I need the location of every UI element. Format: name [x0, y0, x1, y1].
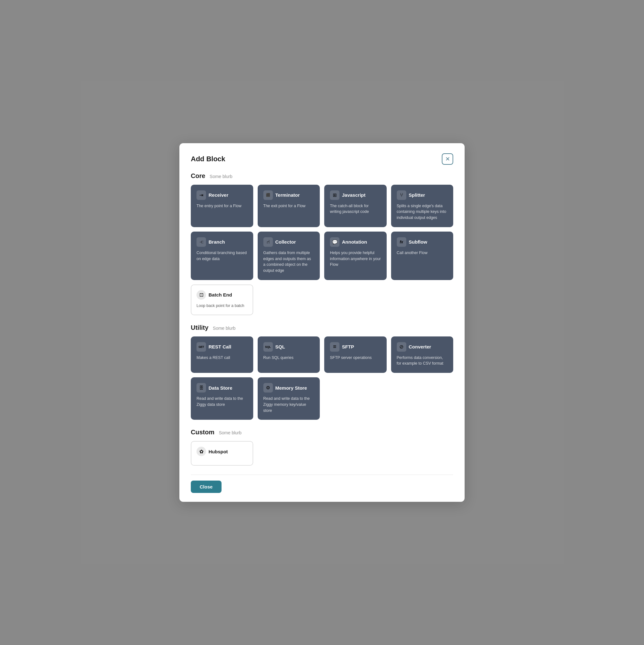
custom-section-header: Custom Some blurb: [191, 429, 453, 436]
block-datastore[interactable]: Data Store Read and write data to the Zi…: [191, 377, 253, 420]
receiver-name: Receiver: [208, 192, 228, 198]
block-sftp[interactable]: SFTP SFTP server operations: [324, 337, 387, 373]
block-converter[interactable]: Converter Performs data conversion, for …: [391, 337, 454, 373]
splitter-desc: Splits a single edge's data containing m…: [397, 203, 448, 221]
block-collector[interactable]: Collector Gathers data from multiple edg…: [258, 232, 320, 280]
block-memorystore[interactable]: Memory Store Read and write data to the …: [258, 377, 320, 420]
terminator-desc: The exit point for a Flow: [263, 203, 314, 209]
add-block-modal: Add Block ✕ Core Some blurb Receiver The…: [179, 143, 465, 502]
custom-section-blurb: Some blurb: [219, 430, 241, 435]
terminator-icon: [263, 190, 273, 200]
footer-close-button[interactable]: Close: [191, 481, 221, 493]
converter-desc: Performs data conversion, for example to…: [397, 355, 448, 367]
core-section-blurb: Some blurb: [210, 174, 232, 179]
utility-section-blurb: Some blurb: [213, 326, 236, 331]
splitter-icon: [397, 190, 406, 200]
datastore-icon: [196, 383, 206, 393]
sftp-name: SFTP: [342, 344, 354, 350]
batchend-icon: [196, 290, 206, 300]
core-row-2: Branch Conditional branching based on ed…: [191, 232, 453, 280]
branch-desc: Conditional branching based on edge data: [196, 250, 248, 262]
close-button[interactable]: ✕: [442, 153, 453, 165]
terminator-name: Terminator: [276, 192, 300, 198]
utility-row-1: REST Call Makes a REST call SQL Run SQL …: [191, 337, 453, 373]
block-sql[interactable]: SQL Run SQL queries: [258, 337, 320, 373]
modal-overlay: Add Block ✕ Core Some blurb Receiver The…: [0, 0, 644, 645]
branch-icon: [196, 237, 206, 247]
receiver-icon: [196, 190, 206, 200]
datastore-desc: Read and write data to the Ziggy data st…: [196, 396, 248, 408]
hubspot-name: Hubspot: [208, 449, 228, 454]
block-branch[interactable]: Branch Conditional branching based on ed…: [191, 232, 253, 280]
javascript-desc: The catch-all block for writing javascri…: [330, 203, 381, 215]
block-receiver[interactable]: Receiver The entry point for a Flow: [191, 185, 253, 227]
block-annotation[interactable]: Annotation Helps you provide helpful inf…: [324, 232, 387, 280]
block-hubspot[interactable]: Hubspot: [191, 441, 253, 466]
memorystore-name: Memory Store: [276, 385, 307, 391]
block-restcall[interactable]: REST Call Makes a REST call: [191, 337, 253, 373]
sql-desc: Run SQL queries: [263, 355, 314, 361]
restcall-desc: Makes a REST call: [196, 355, 248, 361]
converter-icon: [397, 342, 406, 352]
custom-row: Hubspot: [191, 441, 453, 466]
annotation-icon: [330, 237, 339, 247]
utility-section-header: Utility Some blurb: [191, 324, 453, 332]
custom-section-title: Custom: [191, 429, 214, 436]
block-javascript[interactable]: Javascript The catch-all block for writi…: [324, 185, 387, 227]
restcall-name: REST Call: [208, 344, 231, 350]
modal-footer: Close: [191, 474, 453, 493]
memorystore-desc: Read and write data to the Ziggy memory …: [263, 396, 314, 413]
javascript-icon: [330, 190, 339, 200]
receiver-desc: The entry point for a Flow: [196, 203, 248, 209]
sql-name: SQL: [276, 344, 285, 350]
utility-section-title: Utility: [191, 324, 208, 332]
core-section-header: Core Some blurb: [191, 172, 453, 180]
subflow-name: Subflow: [409, 239, 427, 245]
splitter-name: Splitter: [409, 192, 425, 198]
collector-icon: [263, 237, 273, 247]
block-subflow[interactable]: Subflow Call another Flow: [391, 232, 454, 280]
restcall-icon: [196, 342, 206, 352]
datastore-name: Data Store: [208, 385, 232, 391]
batchend-desc: Loop back point for a batch: [196, 303, 248, 309]
batchend-name: Batch End: [208, 292, 232, 297]
javascript-name: Javascript: [342, 192, 365, 198]
memorystore-icon: [263, 383, 273, 393]
block-batchend[interactable]: Batch End Loop back point for a batch: [191, 284, 253, 315]
branch-name: Branch: [208, 239, 225, 245]
annotation-desc: Helps you provide helpful information an…: [330, 250, 381, 268]
sftp-desc: SFTP server operations: [330, 355, 381, 361]
sftp-icon: [330, 342, 339, 352]
subflow-icon: [397, 237, 406, 247]
utility-row-2: Data Store Read and write data to the Zi…: [191, 377, 453, 420]
core-extra-row: Batch End Loop back point for a batch: [191, 284, 453, 315]
modal-title: Add Block: [191, 155, 225, 163]
block-splitter[interactable]: Splitter Splits a single edge's data con…: [391, 185, 454, 227]
sql-icon: [263, 342, 273, 352]
annotation-name: Annotation: [342, 239, 367, 245]
subflow-desc: Call another Flow: [397, 250, 448, 256]
hubspot-icon: [196, 447, 206, 456]
block-terminator[interactable]: Terminator The exit point for a Flow: [258, 185, 320, 227]
collector-desc: Gathers data from multiple edges and out…: [263, 250, 314, 274]
modal-header: Add Block ✕: [191, 153, 453, 165]
core-row-1: Receiver The entry point for a Flow Term…: [191, 185, 453, 227]
core-section-title: Core: [191, 172, 205, 180]
collector-name: Collector: [276, 239, 296, 245]
converter-name: Converter: [409, 344, 431, 350]
